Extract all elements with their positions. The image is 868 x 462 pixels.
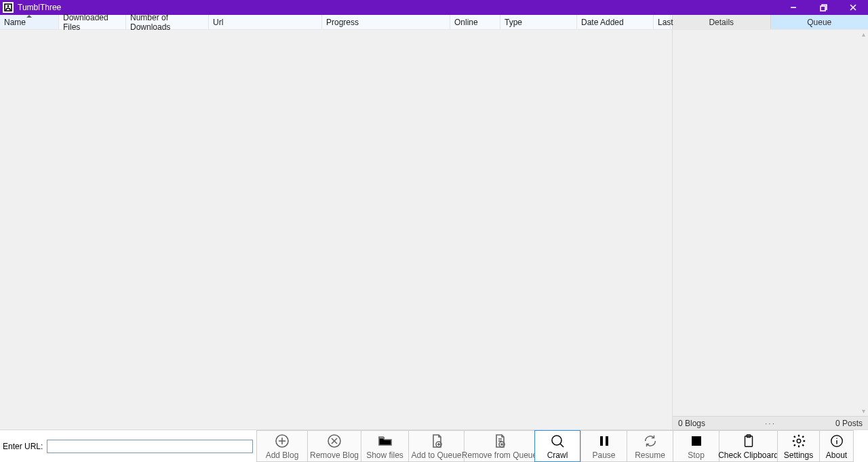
column-header-progress[interactable]: Progress <box>322 15 450 29</box>
maximize-button[interactable] <box>808 0 838 15</box>
settings-button[interactable]: Settings <box>777 430 819 462</box>
column-header-number-of-downloads[interactable]: Number of Downloads <box>126 15 209 29</box>
posts-count: 0 Posts <box>835 419 868 428</box>
toolbar: Add Blog Remove Blog Show files Add to Q… <box>256 430 868 462</box>
svg-point-27 <box>797 439 801 443</box>
blogs-count: 0 Blogs <box>673 419 705 428</box>
status-menu-button[interactable]: ··· <box>705 419 835 428</box>
svg-line-21 <box>560 444 564 447</box>
bottom-bar: Enter URL: Add Blog Remove Blog Show fil… <box>0 429 868 462</box>
clipboard-icon <box>741 433 756 449</box>
x-circle-icon <box>326 433 342 449</box>
svg-point-1 <box>7 5 9 7</box>
minimize-button[interactable] <box>778 0 808 15</box>
show-files-button[interactable]: Show files <box>361 430 408 462</box>
scroll-up-icon[interactable]: ▴ <box>860 31 867 38</box>
file-plus-icon <box>429 433 445 449</box>
svg-rect-23 <box>606 436 608 446</box>
resume-label: Resume <box>635 450 665 460</box>
header-row: NameDownloaded FilesNumber of DownloadsU… <box>0 15 868 30</box>
resume-button[interactable]: Resume <box>627 430 673 462</box>
pause-button[interactable]: Pause <box>580 430 627 462</box>
pause-icon <box>597 433 611 449</box>
column-headers: NameDownloaded FilesNumber of DownloadsU… <box>0 15 672 29</box>
svg-point-20 <box>552 436 561 445</box>
add-to-queue-label: Add to Queue <box>411 450 461 460</box>
crawl-button[interactable]: Crawl <box>534 430 580 462</box>
svg-rect-24 <box>692 436 701 446</box>
svg-point-30 <box>836 438 837 438</box>
about-button[interactable]: About <box>819 430 854 462</box>
column-header-date-added[interactable]: Date Added <box>577 15 654 29</box>
column-header-last[interactable]: Last <box>654 15 671 29</box>
remove-blog-label: Remove Blog <box>310 450 359 460</box>
queue-panel-body[interactable]: ▴ ▾ <box>673 30 868 416</box>
gear-icon <box>791 433 806 449</box>
search-icon <box>549 433 566 449</box>
info-icon <box>829 433 844 449</box>
side-panel: ▴ ▾ 0 Blogs ··· 0 Posts <box>672 30 868 429</box>
blogs-table-body[interactable] <box>0 30 672 429</box>
url-label: Enter URL: <box>3 442 47 451</box>
check-clipboard-button[interactable]: Check Clipboard <box>719 430 777 462</box>
side-tabs: Details Queue <box>672 15 868 29</box>
remove-blog-button[interactable]: Remove Blog <box>307 430 361 462</box>
sort-asc-icon <box>26 15 32 18</box>
tab-queue[interactable]: Queue <box>770 15 869 29</box>
remove-from-queue-label: Remove from Queue <box>462 450 537 460</box>
url-input[interactable] <box>47 440 253 453</box>
scroll-down-icon[interactable]: ▾ <box>860 408 867 415</box>
folder-icon <box>377 433 393 449</box>
file-x-icon <box>492 433 508 449</box>
column-header-url[interactable]: Url <box>209 15 322 29</box>
add-to-queue-button[interactable]: Add to Queue <box>408 430 464 462</box>
crawl-label: Crawl <box>547 450 568 460</box>
refresh-icon <box>643 433 658 449</box>
stop-label: Stop <box>688 450 705 460</box>
show-files-label: Show files <box>366 450 403 460</box>
column-header-online[interactable]: Online <box>450 15 500 29</box>
url-area: Enter URL: <box>0 430 256 462</box>
about-label: About <box>826 450 847 460</box>
remove-from-queue-button[interactable]: Remove from Queue <box>464 430 534 462</box>
column-header-type[interactable]: Type <box>500 15 577 29</box>
window-title: TumblThree <box>16 3 61 12</box>
svg-rect-3 <box>821 6 825 11</box>
add-blog-label: Add Blog <box>266 450 299 460</box>
column-header-downloaded-files[interactable]: Downloaded Files <box>59 15 126 29</box>
add-blog-button[interactable]: Add Blog <box>256 430 307 462</box>
settings-label: Settings <box>784 450 813 460</box>
clipboard-label: Check Clipboard <box>718 450 778 460</box>
close-button[interactable] <box>838 0 868 15</box>
pause-label: Pause <box>592 450 615 460</box>
plus-circle-icon <box>274 433 290 449</box>
app-icon <box>3 2 14 13</box>
stop-button[interactable]: Stop <box>673 430 719 462</box>
tab-details[interactable]: Details <box>672 15 770 29</box>
stop-icon <box>690 433 703 449</box>
column-header-name[interactable]: Name <box>0 15 59 29</box>
side-status-bar: 0 Blogs ··· 0 Posts <box>673 416 868 429</box>
content-row: ▴ ▾ 0 Blogs ··· 0 Posts <box>0 30 868 429</box>
svg-rect-22 <box>600 436 603 446</box>
